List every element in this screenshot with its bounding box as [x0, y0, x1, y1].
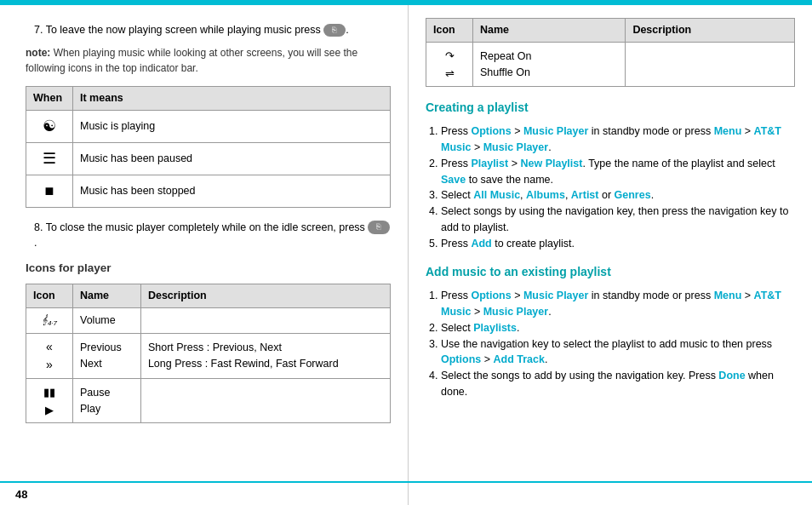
table-row: ▮▮ ▶ PausePlay: [26, 378, 391, 423]
add-track-link: Add Track: [493, 353, 544, 365]
when-header: When: [26, 86, 73, 110]
new-playlist-link: New Playlist: [520, 158, 582, 169]
name-cell: Repeat OnShuffle On: [473, 42, 626, 87]
note-text: note: When playing music while looking a…: [26, 45, 391, 76]
list-item: Press Playlist > New Playlist. Type the …: [441, 156, 795, 188]
add-music-heading: Add music to an existing playlist: [426, 263, 795, 281]
playlist-link: Playlist: [471, 158, 508, 169]
left-column: 7. To leave the now playing screen while…: [0, 5, 409, 505]
end-call-icon: ⎘: [323, 24, 346, 37]
desc-cell: Music has been stopped: [73, 175, 391, 207]
note-label: note:: [26, 47, 50, 59]
table-row: 𝄞4·7 Volume: [26, 308, 391, 334]
icon-cell: ■: [26, 175, 73, 207]
desc-cell: Music is playing: [73, 110, 391, 142]
albums-link: Albums: [526, 189, 565, 201]
list-item: Press Options > Music Player in standby …: [441, 123, 795, 156]
music-player-link-1: Music Player: [523, 125, 588, 137]
options-link-1: Options: [471, 125, 511, 137]
music-player-link-3: Music Player: [523, 290, 588, 301]
list-item: Use the navigation key to select the pla…: [441, 336, 795, 369]
end-call-icon-2: ⎘: [368, 221, 390, 234]
genres-link: Genres: [615, 189, 651, 201]
list-item: Select songs by using the navigation key…: [441, 204, 795, 236]
icon-cell: ▮▮ ▶: [26, 378, 73, 423]
playlists-link: Playlists: [473, 322, 517, 334]
icons-for-player-heading: Icons for player: [26, 260, 391, 277]
desc-cell: [626, 42, 795, 87]
repeat-shuffle-table: Icon Name Description ↷ ⇌ Repeat OnShuff…: [426, 18, 795, 87]
description-header: Description: [626, 19, 795, 43]
name-header: Name: [473, 19, 626, 43]
options-link-3: Options: [441, 353, 481, 365]
creating-playlist-heading: Creating a playlist: [426, 99, 795, 117]
desc-cell: Music has been paused: [73, 142, 391, 175]
music-player-link-4: Music Player: [483, 306, 548, 318]
player-icons-table: Icon Name Description 𝄞4·7 Volume « » Pr…: [26, 284, 391, 423]
right-column: Icon Name Description ↷ ⇌ Repeat OnShuff…: [409, 5, 812, 505]
options-link-2: Options: [471, 290, 511, 301]
icon-cell: ☯: [26, 110, 73, 142]
save-link: Save: [441, 174, 466, 186]
step-8-text: 8. To close the music player completely …: [26, 220, 391, 252]
list-item: Select All Music, Albums, Artist or Genr…: [441, 187, 795, 204]
list-item: Select the songs to add by using the nav…: [441, 368, 795, 400]
add-music-list: Press Options > Music Player in standby …: [426, 288, 795, 399]
name-cell: PausePlay: [73, 378, 141, 423]
desc-cell: [140, 378, 390, 423]
table-row: ↷ ⇌ Repeat OnShuffle On: [426, 42, 795, 87]
icon-header: Icon: [26, 284, 73, 308]
list-item: Select Playlists.: [441, 320, 795, 336]
name-cell: Volume: [73, 308, 141, 334]
indicator-icons-table: When It means ☯ Music is playing ☰ Music…: [26, 86, 391, 208]
step-7-text: 7. To leave the now playing screen while…: [26, 22, 391, 38]
icon-cell: « »: [26, 334, 73, 379]
desc-cell: [140, 308, 390, 334]
done-link: Done: [718, 370, 745, 382]
icon-cell: ↷ ⇌: [426, 42, 473, 87]
all-music-link: All Music: [473, 189, 520, 201]
artist-link: Artist: [571, 189, 599, 201]
add-link-1: Add: [471, 238, 491, 250]
creating-playlist-list: Press Options > Music Player in standby …: [426, 123, 795, 251]
icon-cell: 𝄞4·7: [26, 308, 73, 334]
icon-header: Icon: [426, 19, 473, 43]
description-header: Description: [140, 284, 390, 308]
list-item: Press Add to create playlist.: [441, 236, 795, 252]
list-item: Press Options > Music Player in standby …: [441, 288, 795, 320]
music-player-link-2: Music Player: [483, 141, 548, 153]
table-row: ☰ Music has been paused: [26, 142, 391, 175]
name-header: Name: [73, 284, 141, 308]
table-row: « » PreviousNext Short Press : Previous,…: [26, 334, 391, 379]
table-row: ■ Music has been stopped: [26, 175, 391, 207]
it-means-header: It means: [73, 86, 391, 110]
name-cell: PreviousNext: [73, 334, 141, 379]
menu-link-1: Menu: [714, 125, 742, 137]
icon-cell: ☰: [26, 142, 73, 175]
bottom-bar: 48: [0, 481, 812, 505]
menu-link-2: Menu: [714, 290, 742, 301]
page-number: 48: [15, 488, 27, 501]
table-row: ☯ Music is playing: [26, 110, 391, 142]
desc-cell: Short Press : Previous, NextLong Press :…: [140, 334, 390, 379]
